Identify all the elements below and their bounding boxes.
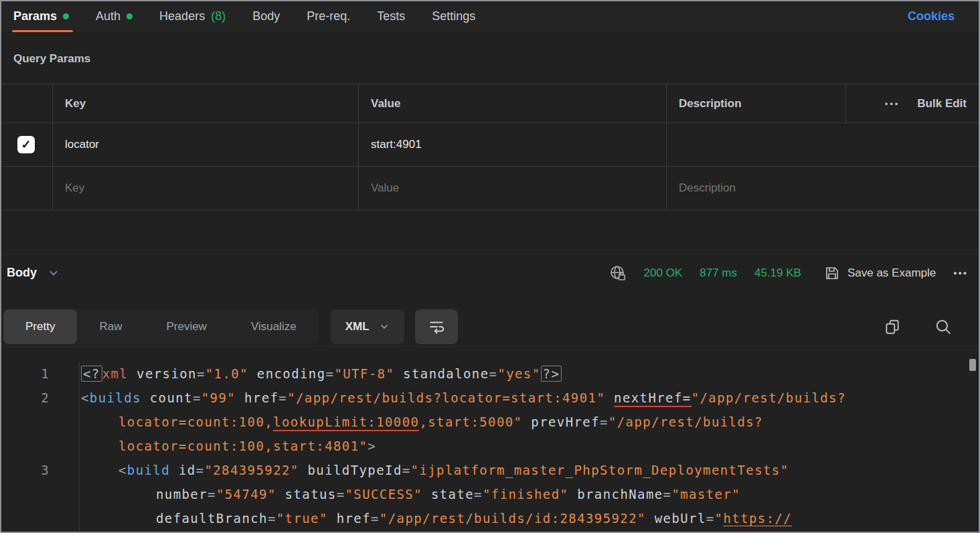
header-actions: ••• Bulk Edit <box>845 84 980 123</box>
tab-label: Body <box>252 9 280 23</box>
header-description: Description <box>666 84 845 123</box>
copy-response-button[interactable] <box>884 318 901 335</box>
params-table: Key Value Description ••• Bulk Edit ✓ lo… <box>0 84 980 210</box>
view-tab-pretty[interactable]: Pretty <box>3 309 77 344</box>
response-view-tabs: Pretty Raw Preview Visualize <box>3 309 319 344</box>
tab-tests[interactable]: Tests <box>377 0 405 32</box>
new-param-checkbox-cell <box>0 167 52 210</box>
chevron-down-icon <box>379 321 390 332</box>
save-as-example-button[interactable]: Save as Example <box>824 265 936 281</box>
format-label: XML <box>345 320 370 333</box>
new-param-description-input[interactable]: Description <box>666 167 980 210</box>
response-toolbar: Pretty Raw Preview Visualize XML <box>0 307 980 347</box>
checkmark-icon: ✓ <box>21 139 31 151</box>
param-row: ✓ locator start:4901 <box>0 123 980 167</box>
response-meta: 200 OK 877 ms 45.19 KB Save as Example •… <box>609 264 968 282</box>
view-tab-raw[interactable]: Raw <box>77 309 144 344</box>
tab-pre-request[interactable]: Pre-req. <box>307 0 350 32</box>
response-scrollbar[interactable] <box>969 359 976 371</box>
status-code[interactable]: 200 OK <box>644 266 683 280</box>
response-time[interactable]: 877 ms <box>700 266 737 280</box>
header-key: Key <box>52 84 358 123</box>
tab-body[interactable]: Body <box>252 0 280 32</box>
param-row-new: Key Value Description <box>0 167 980 210</box>
query-params-title: Query Params <box>13 52 90 66</box>
active-tab-underline <box>12 30 73 32</box>
tab-auth[interactable]: Auth <box>96 0 133 32</box>
tab-label: Settings <box>432 9 475 23</box>
wrap-line-icon <box>428 318 445 335</box>
save-icon <box>824 265 840 281</box>
tab-settings[interactable]: Settings <box>432 0 475 32</box>
new-param-key-input[interactable]: Key <box>52 167 358 210</box>
new-param-value-input[interactable]: Value <box>358 167 666 210</box>
more-options-icon[interactable]: ••• <box>885 98 900 108</box>
chevron-down-icon <box>48 267 60 279</box>
search-response-button[interactable] <box>934 318 952 335</box>
response-body-dropdown[interactable]: Body <box>7 266 60 280</box>
param-checkbox[interactable]: ✓ <box>17 136 35 153</box>
auth-status-dot <box>127 13 133 19</box>
headers-count: (8) <box>211 9 226 23</box>
params-status-dot <box>63 13 69 19</box>
tab-label: Auth <box>96 9 120 23</box>
wrap-line-button[interactable] <box>415 309 458 344</box>
tab-params[interactable]: Params <box>13 0 69 32</box>
tab-label: Tests <box>377 9 405 23</box>
view-tab-preview[interactable]: Preview <box>144 309 228 344</box>
header-checkbox-cell <box>0 84 52 123</box>
response-size[interactable]: 45.19 KB <box>754 266 801 280</box>
param-description-input[interactable] <box>666 123 980 166</box>
format-dropdown[interactable]: XML <box>331 309 404 344</box>
param-checkbox-cell: ✓ <box>0 123 52 166</box>
tab-label: Headers <box>159 9 205 23</box>
code-lines: 1<?xml version="1.0" encoding="UTF-8" st… <box>0 362 980 530</box>
param-key-input[interactable]: locator <box>52 123 358 166</box>
tab-label: Params <box>13 9 57 23</box>
response-more-options-icon[interactable]: ••• <box>953 267 968 279</box>
view-tab-visualize[interactable]: Visualize <box>229 309 319 344</box>
bulk-edit-button[interactable]: Bulk Edit <box>917 97 967 110</box>
response-body-code[interactable]: 1<?xml version="1.0" encoding="UTF-8" st… <box>0 351 980 533</box>
tab-label: Pre-req. <box>307 9 350 23</box>
request-tab-bar: Params Auth Headers (8) Body Pre-req. Te… <box>0 0 980 32</box>
param-value-input[interactable]: start:4901 <box>358 123 666 166</box>
tab-headers[interactable]: Headers (8) <box>159 0 226 32</box>
header-value: Value <box>358 84 666 123</box>
cookies-link[interactable]: Cookies <box>908 9 955 23</box>
save-as-example-label: Save as Example <box>847 266 936 280</box>
network-globe-icon[interactable] <box>609 264 627 282</box>
response-section-label: Body <box>7 266 37 280</box>
response-header: Body 200 OK 877 ms 45.19 KB <box>0 253 980 292</box>
params-table-header: Key Value Description ••• Bulk Edit <box>0 84 980 123</box>
